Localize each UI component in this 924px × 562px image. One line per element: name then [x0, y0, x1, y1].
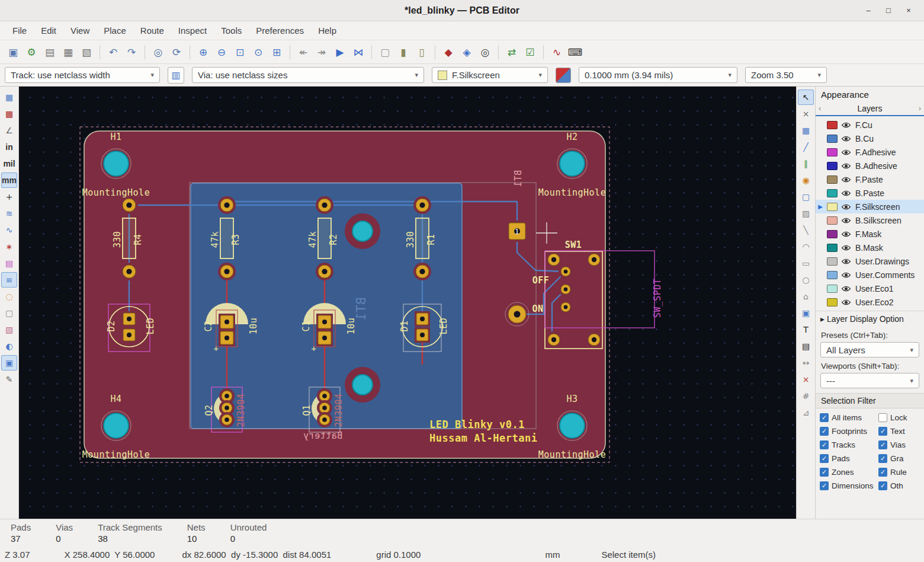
- checkbox[interactable]: [878, 413, 887, 422]
- checkbox[interactable]: ✓: [878, 427, 887, 436]
- layer-color-swatch[interactable]: [827, 135, 838, 143]
- cursor-shape-button[interactable]: +: [1, 189, 17, 205]
- high-contrast-button[interactable]: ◐: [1, 339, 17, 354]
- sketch-pads-button[interactable]: ▢: [1, 305, 17, 321]
- menu-place[interactable]: Place: [97, 23, 133, 39]
- maximize-button[interactable]: □: [880, 4, 897, 17]
- ratsnest-visibility-button[interactable]: ≋: [1, 206, 17, 221]
- update-pcb-button[interactable]: ⇄: [503, 44, 520, 60]
- dimension-tool[interactable]: ↔: [798, 355, 814, 371]
- zoom-selection-button[interactable]: ⊞: [268, 44, 285, 60]
- mounting-hole-h1[interactable]: [101, 149, 131, 178]
- filter-rule[interactable]: ✓Rule: [878, 468, 920, 477]
- layer-color-swatch[interactable]: [827, 285, 838, 293]
- diff-pair-tool[interactable]: ∥: [798, 156, 814, 171]
- textbox-tool[interactable]: ▤: [798, 339, 814, 354]
- layer-color-swatch[interactable]: [827, 257, 838, 266]
- filter-footprints[interactable]: ✓Footprints: [820, 427, 877, 436]
- line-tool[interactable]: ╲: [798, 222, 814, 238]
- grid-settings-button[interactable]: ▩: [1, 106, 17, 122]
- drc-button[interactable]: ☑: [522, 44, 538, 60]
- mirror-view-button[interactable]: ⋈: [350, 44, 367, 60]
- visibility-eye-icon[interactable]: [841, 190, 852, 197]
- sketch-graphics-button[interactable]: ▧: [1, 322, 17, 337]
- layer-row-user-drawings[interactable]: User.Drawings: [816, 254, 924, 268]
- route-track-tool[interactable]: ╱: [798, 139, 814, 155]
- menu-route[interactable]: Route: [134, 23, 171, 39]
- footprint-editor-button[interactable]: ◆: [440, 44, 457, 60]
- track-via-properties-button[interactable]: ▥: [168, 67, 184, 84]
- visibility-eye-icon[interactable]: [841, 122, 852, 129]
- visibility-eye-icon[interactable]: [841, 258, 852, 265]
- back-button[interactable]: ↞: [295, 44, 312, 60]
- lock-button[interactable]: ▮: [395, 44, 412, 60]
- visibility-eye-icon[interactable]: [841, 231, 852, 238]
- layer-row-user-eco2[interactable]: User.Eco2: [816, 295, 924, 309]
- layer-color-swatch[interactable]: [827, 121, 838, 129]
- polygon-tool[interactable]: ⌂: [798, 289, 814, 304]
- units-mm-button[interactable]: mm: [1, 173, 17, 188]
- scripting-console-button[interactable]: ⌨: [567, 44, 583, 60]
- circle-tool[interactable]: ○: [798, 272, 814, 288]
- select-tool[interactable]: ↖: [798, 90, 814, 105]
- close-button[interactable]: ×: [900, 4, 917, 17]
- find-button[interactable]: ◎: [150, 44, 166, 60]
- tab-nav-right-icon[interactable]: ›: [919, 104, 921, 113]
- forward-button[interactable]: ↠: [313, 44, 330, 60]
- layer-row-b-cu[interactable]: B.Cu: [816, 132, 924, 145]
- highlight-nets-button[interactable]: ∗: [1, 239, 17, 254]
- checkbox[interactable]: ✓: [820, 427, 829, 436]
- layer-row-f-adhesive[interactable]: F.Adhesive: [816, 145, 924, 159]
- checkbox[interactable]: ✓: [878, 481, 887, 490]
- polar-coords-button[interactable]: ∠: [1, 123, 17, 138]
- layer-row-user-eco1[interactable]: User.Eco1: [816, 282, 924, 295]
- layer-row-b-silkscreen[interactable]: B.Silkscreen: [816, 213, 924, 227]
- checkbox[interactable]: ✓: [820, 454, 829, 463]
- filter-tracks[interactable]: ✓Tracks: [820, 440, 877, 449]
- group-button[interactable]: ▢: [377, 44, 393, 60]
- menu-edit[interactable]: Edit: [34, 23, 63, 39]
- schematic-editor-button[interactable]: ∿: [548, 44, 565, 60]
- layer-row-f-mask[interactable]: F.Mask: [816, 227, 924, 241]
- checkbox[interactable]: ✓: [820, 481, 829, 490]
- unlock-button[interactable]: ▯: [413, 44, 430, 60]
- layer-color-swatch[interactable]: [827, 271, 838, 279]
- flip-view-button[interactable]: ▶: [332, 44, 348, 60]
- layer-pair-button[interactable]: [556, 68, 571, 83]
- filter-pads[interactable]: ✓Pads: [820, 454, 877, 463]
- bt1-pad2[interactable]: [505, 302, 529, 326]
- filter-dimensions[interactable]: ✓Dimensions: [820, 481, 877, 490]
- visibility-eye-icon[interactable]: [841, 272, 852, 279]
- arc-tool[interactable]: ◠: [798, 239, 814, 254]
- units-inches-button[interactable]: in: [1, 139, 17, 155]
- filter-lock[interactable]: Lock: [878, 413, 920, 422]
- footprint-browser-button[interactable]: ◈: [458, 44, 475, 60]
- delete-tool[interactable]: ×: [798, 372, 814, 387]
- visibility-eye-icon[interactable]: [841, 176, 852, 183]
- visibility-eye-icon[interactable]: [841, 244, 852, 251]
- via-tool[interactable]: ◉: [798, 173, 814, 188]
- properties-panel-button[interactable]: ✎: [1, 372, 17, 387]
- layer-color-swatch[interactable]: [827, 162, 838, 170]
- sketch-tracks-button[interactable]: ≡: [1, 272, 17, 288]
- save-button[interactable]: ▣: [5, 44, 21, 60]
- mounting-hole-h2[interactable]: [557, 149, 587, 178]
- filter-zones[interactable]: ✓Zones: [820, 468, 877, 477]
- filter-all-items[interactable]: ✓All items: [820, 413, 877, 422]
- image-tool[interactable]: ▣: [798, 305, 814, 321]
- sketch-vias-button[interactable]: ◌: [1, 289, 17, 304]
- visibility-eye-icon[interactable]: [841, 285, 852, 292]
- checkbox[interactable]: ✓: [878, 440, 887, 449]
- highlight-net-tool[interactable]: ×: [798, 106, 814, 122]
- layer-color-swatch[interactable]: [827, 230, 838, 238]
- plot-button[interactable]: ▧: [78, 44, 95, 60]
- filter-vias[interactable]: ✓Vias: [878, 440, 920, 449]
- layer-row-f-silkscreen[interactable]: ▶F.Silkscreen: [816, 200, 924, 213]
- board-setup-button[interactable]: ⚙: [23, 44, 40, 60]
- layer-row-user-comments[interactable]: User.Comments: [816, 268, 924, 282]
- zone-tool[interactable]: ▢: [798, 189, 814, 205]
- net-colors-button[interactable]: ▤: [1, 256, 17, 271]
- filter-text[interactable]: ✓Text: [878, 427, 920, 436]
- checkbox[interactable]: ✓: [878, 454, 887, 463]
- layer-color-swatch[interactable]: [827, 203, 838, 211]
